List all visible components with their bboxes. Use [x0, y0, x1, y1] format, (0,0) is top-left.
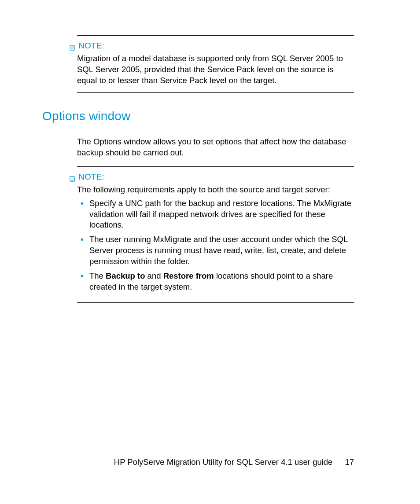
note-block-1: NOTE: Migration of a model database is s…	[77, 35, 354, 93]
note-body: Migration of a model database is support…	[77, 53, 354, 86]
text: and	[145, 271, 163, 280]
section-body: The Options window allows you to set opt…	[77, 129, 354, 303]
bold-text: Restore from	[163, 271, 214, 280]
note-text: Migration of a model database is support…	[77, 53, 354, 86]
note-header: NOTE:	[69, 171, 354, 183]
page-number: 17	[345, 457, 354, 468]
note-icon	[69, 173, 76, 180]
note-label: NOTE:	[78, 171, 104, 183]
note-body: The following requirements apply to both…	[77, 184, 354, 293]
document-page: NOTE: Migration of a model database is s…	[0, 0, 420, 504]
divider	[77, 302, 354, 303]
note-label: NOTE:	[78, 40, 104, 52]
note-icon	[69, 42, 76, 49]
requirement-list: Specify a UNC path for the backup and re…	[77, 198, 354, 293]
text: The	[89, 271, 106, 280]
list-item: The user running MxMigrate and the user …	[77, 234, 354, 267]
note-lead: The following requirements apply to both…	[77, 184, 354, 195]
section-heading: Options window	[42, 108, 130, 125]
divider	[77, 166, 354, 167]
divider	[77, 92, 354, 93]
footer-title: HP PolyServe Migration Utility for SQL S…	[114, 457, 333, 468]
list-item: Specify a UNC path for the backup and re…	[77, 198, 354, 231]
note-header: NOTE:	[69, 40, 354, 52]
section-intro: The Options window allows you to set opt…	[77, 136, 354, 158]
list-item: The Backup to and Restore from locations…	[77, 271, 354, 293]
divider	[77, 35, 354, 36]
page-footer: HP PolyServe Migration Utility for SQL S…	[114, 457, 354, 468]
bold-text: Backup to	[106, 271, 145, 280]
